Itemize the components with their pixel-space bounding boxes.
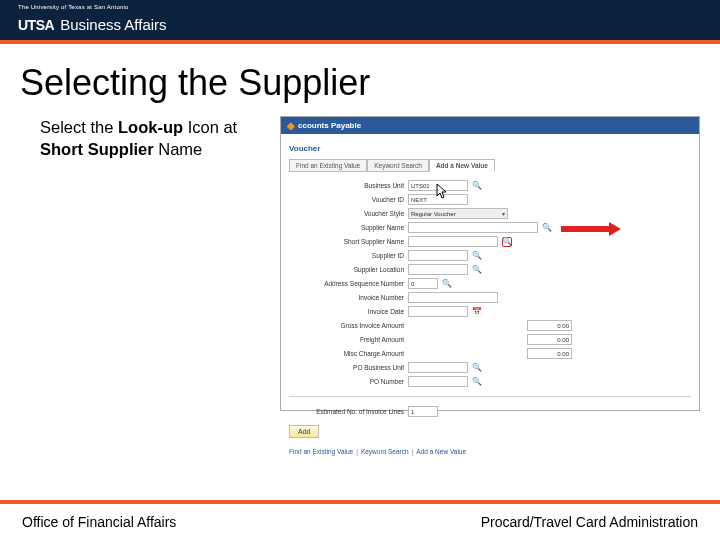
instruction-text: Select the Look-up Icon at Short Supplie… [40,116,270,411]
label-voucher-style: Voucher Style [289,210,404,217]
row-invoice-date: Invoice Date 📅 [289,306,691,317]
row-est-lines: Estimated No. of Invoice Lines 1 [289,406,691,417]
app-title-bar: ◆ ccounts Payable [281,117,699,134]
lookup-icon[interactable]: 🔍 [442,279,452,289]
label-supplier-name: Supplier Name [289,224,404,231]
university-tagline: The University of Texas at San Antonio [18,4,129,10]
label-po-number: PO Number [289,378,404,385]
logo: UTSA Business Affairs [18,16,167,33]
label-misc: Misc Charge Amount [289,350,404,357]
lookup-icon[interactable]: 🔍 [472,251,482,261]
instruction-bold2: Short Supplier [40,140,154,158]
label-addr-seq: Address Sequence Number [289,280,404,287]
label-freight: Freight Amount [289,336,404,343]
tab-add[interactable]: Add a New Value [429,159,495,172]
lookup-icon[interactable]: 🔍 [472,377,482,387]
label-invoice-number: Invoice Number [289,294,404,301]
input-misc[interactable]: 0.00 [527,348,572,359]
lookup-icon[interactable]: 🔍 [472,363,482,373]
row-supplier-id: Supplier ID 🔍 [289,250,691,261]
footer-left: Office of Financial Affairs [22,514,176,530]
logo-light: Business Affairs [60,16,166,33]
row-voucher-id: Voucher ID NEXT [289,194,691,205]
input-supplier-location[interactable] [408,264,468,275]
instruction-mid: Icon at [183,118,237,136]
instruction-post: Name [154,140,203,158]
row-supplier-location: Supplier Location 🔍 [289,264,691,275]
cursor-icon [436,183,450,204]
label-supplier-location: Supplier Location [289,266,404,273]
add-button[interactable]: Add [289,425,319,438]
input-invoice-number[interactable] [408,292,498,303]
instruction-bold1: Look-up [118,118,183,136]
callout-arrow-icon [561,222,621,236]
tab-keyword[interactable]: Keyword Search [367,159,429,172]
row-po-bu: PO Business Unit 🔍 [289,362,691,373]
row-freight: Freight Amount 0.00 [289,334,691,345]
label-business-unit: Business Unit [289,182,404,189]
breadcrumb: Voucher [289,144,691,153]
tab-find[interactable]: Find an Existing Value [289,159,367,172]
label-gross: Gross Invoice Amount [289,322,404,329]
row-addr-seq: Address Sequence Number 0 🔍 [289,278,691,289]
label-po-bu: PO Business Unit [289,364,404,371]
row-invoice-number: Invoice Number [289,292,691,303]
bottom-links: Find an Existing Value|Keyword Search|Ad… [289,448,691,455]
lookup-icon[interactable]: 🔍 [472,265,482,275]
voucher-form: Business Unit UTS01 🔍 Voucher ID NEXT Vo… [289,180,691,417]
footer: Office of Financial Affairs Procard/Trav… [0,500,720,540]
row-voucher-style: Voucher Style Regular Voucher [289,208,691,219]
header-bar: The University of Texas at San Antonio U… [0,0,720,40]
lookup-icon[interactable]: 🔍 [472,181,482,191]
row-gross: Gross Invoice Amount 0.00 [289,320,691,331]
link-keyword[interactable]: Keyword Search [361,448,409,455]
logo-bold: UTSA [18,17,54,33]
label-voucher-id: Voucher ID [289,196,404,203]
select-voucher-style[interactable]: Regular Voucher [408,208,508,219]
input-short-supplier[interactable] [408,236,498,247]
label-supplier-id: Supplier ID [289,252,404,259]
app-title: ccounts Payable [298,121,361,130]
input-po-bu[interactable] [408,362,468,373]
slide-title: Selecting the Supplier [0,44,720,116]
input-po-number[interactable] [408,376,468,387]
content-row: Select the Look-up Icon at Short Supplie… [0,116,720,411]
input-freight[interactable]: 0.00 [527,334,572,345]
row-misc: Misc Charge Amount 0.00 [289,348,691,359]
label-short-supplier: Short Supplier Name [289,238,404,245]
link-add[interactable]: Add a New Value [416,448,466,455]
input-supplier-name[interactable] [408,222,538,233]
input-gross[interactable]: 0.00 [527,320,572,331]
instruction-pre: Select the [40,118,118,136]
calendar-icon[interactable]: 📅 [472,307,482,316]
footer-right: Procard/Travel Card Administration [481,514,698,530]
embedded-screenshot: ◆ ccounts Payable Voucher Find an Existi… [280,116,700,411]
svg-marker-0 [561,222,621,236]
input-addr-seq[interactable]: 0 [408,278,438,289]
lookup-icon-highlighted[interactable]: 🔍 [502,237,512,247]
lookup-icon[interactable]: 🔍 [542,223,552,233]
link-find[interactable]: Find an Existing Value [289,448,353,455]
tab-strip: Find an Existing Value Keyword Search Ad… [289,159,691,172]
row-short-supplier: Short Supplier Name 🔍 [289,236,691,247]
input-est-lines[interactable]: 1 [408,406,438,417]
row-supplier-name: Supplier Name 🔍 [289,222,691,233]
app-icon: ◆ [287,120,295,131]
divider [289,396,691,397]
label-est-lines: Estimated No. of Invoice Lines [289,408,404,415]
row-business-unit: Business Unit UTS01 🔍 [289,180,691,191]
row-po-number: PO Number 🔍 [289,376,691,387]
input-supplier-id[interactable] [408,250,468,261]
label-invoice-date: Invoice Date [289,308,404,315]
input-invoice-date[interactable] [408,306,468,317]
